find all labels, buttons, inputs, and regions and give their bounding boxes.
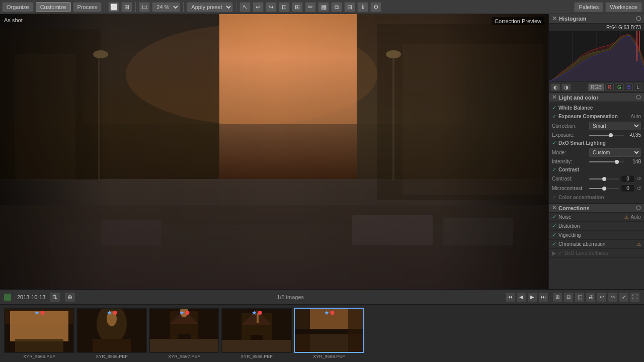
undo-fs-btn[interactable]: ↩ (597, 292, 607, 302)
zoom-fit-icon[interactable]: ⊡ (279, 2, 290, 12)
separator-2 (135, 2, 136, 12)
vignetting-check[interactable]: ✓ (552, 232, 556, 238)
expand-fs-btn[interactable]: ⤢ (619, 292, 629, 302)
thumb-item-1[interactable]: ★ XYR_9565.PEF (4, 308, 74, 359)
chromatic-label: Chromatic aberration (558, 241, 635, 247)
microcontrast-slider[interactable] (589, 186, 619, 191)
export-icon[interactable]: ⬜ (108, 2, 119, 12)
l-channel-btn[interactable]: L (634, 83, 642, 91)
gradient-icon[interactable]: ▦ (318, 2, 329, 12)
palettes-button[interactable]: Palettes (574, 2, 603, 12)
vignetting-label: Vignetting (558, 232, 641, 238)
light-color-expand-icon[interactable]: ⬡ (636, 94, 641, 101)
fullscreen-btn[interactable]: ⛶ (630, 292, 640, 302)
settings-icon[interactable]: ⚙ (370, 2, 381, 12)
canvas-area: As shot Correction Preview (0, 14, 548, 289)
thumb-badge-2: ★ (107, 310, 117, 316)
light-color-header: ✕ Light and color ⬡ (549, 93, 644, 102)
exposure-thumb[interactable] (609, 133, 613, 137)
histogram-controls: ◐ ◑ RGB R G B L (549, 81, 644, 93)
color-accent-row: ✓ Color accentuation (552, 193, 641, 202)
print-btn[interactable]: 🖨 (586, 292, 596, 302)
main-toolbar: Organize Customize Process ⬜ ⊞ 1:1 24 % … (0, 0, 644, 14)
nav-prev-btn[interactable]: ◀ (516, 292, 526, 302)
corrections-close-icon[interactable]: ✕ (552, 205, 556, 211)
organize-button[interactable]: Organize (2, 2, 34, 12)
chromatic-check[interactable]: ✓ (552, 241, 556, 247)
mode-select[interactable]: Custom (589, 148, 641, 157)
filmstrip-view-btns: ⊞ ⊟ ◫ 🖨 ↩ ↪ ⤢ ⛶ (552, 292, 640, 302)
light-color-close-icon[interactable]: ✕ (552, 94, 556, 101)
customize-button[interactable]: Customize (36, 2, 71, 12)
nav-last-btn[interactable]: ⏭ (538, 292, 548, 302)
apply-preset-select[interactable]: Apply preset (187, 2, 233, 12)
nav-first-btn[interactable]: ⏮ (505, 292, 515, 302)
dxo-smart-check[interactable]: ✓ (552, 140, 556, 146)
separator-4 (236, 2, 236, 12)
zoom-select[interactable]: 24 % (152, 2, 180, 12)
intensity-value: 148 (626, 159, 641, 164)
zoom-1-1-icon[interactable]: 1:1 (139, 2, 150, 12)
undo-icon[interactable]: ↩ (253, 2, 264, 12)
microcontrast-thumb[interactable] (602, 187, 606, 191)
filter-icon[interactable]: ⊕ (64, 292, 75, 302)
intensity-slider[interactable] (589, 159, 624, 164)
contrast-input[interactable] (621, 175, 635, 183)
contrast-label: Contrast (558, 167, 579, 172)
svg-rect-6 (392, 54, 394, 180)
view-icon[interactable]: ⊞ (121, 2, 132, 12)
microcontrast-reset-icon[interactable]: ↺ (637, 186, 641, 191)
workspace-button[interactable]: Workspace (605, 2, 642, 12)
thumb-wrap-2: ★ (76, 308, 147, 353)
rgb-channel-btn[interactable]: RGB (588, 83, 604, 91)
view-grid-btn[interactable]: ⊞ (552, 292, 562, 302)
contrast-thumb[interactable] (602, 177, 606, 181)
view-compare-btn[interactable]: ◫ (575, 292, 585, 302)
repair-icon[interactable]: ⧉ (331, 2, 342, 12)
contrast-check[interactable]: ✓ (552, 166, 556, 173)
nav-next-btn[interactable]: ▶ (527, 292, 537, 302)
shadows-btn[interactable]: ◐ (551, 83, 560, 91)
lens-check[interactable]: ✓ (558, 250, 562, 256)
histogram-svg (549, 31, 644, 81)
sort-icon[interactable]: ⇅ (49, 292, 60, 302)
microcontrast-row: Microcontrast: ↺ (552, 184, 641, 193)
histogram-expand-icon[interactable]: ⬡ (636, 15, 641, 22)
lens-expand-icon[interactable]: ▶ (552, 250, 556, 256)
vignetting-row: ✓ Vignetting (549, 231, 644, 240)
redo-fs-btn[interactable]: ↪ (608, 292, 618, 302)
r-channel-btn[interactable]: R (605, 83, 614, 91)
redo-icon[interactable]: ↪ (266, 2, 277, 12)
highlights-btn[interactable]: ◑ (561, 83, 571, 91)
compare-icon[interactable]: ⊟ (344, 2, 355, 12)
b-channel-btn[interactable]: B (625, 83, 633, 91)
close-icon[interactable]: ✕ (552, 15, 557, 22)
exposure-slider[interactable] (589, 133, 624, 138)
view-single-btn[interactable]: ⊟ (564, 292, 574, 302)
white-balance-check[interactable]: ✓ (552, 105, 556, 111)
contrast-slider[interactable] (589, 176, 619, 182)
retouch-icon[interactable]: ✏ (305, 2, 316, 12)
light-and-color-panel: ✕ Light and color ⬡ ✓ White Balance ✓ Ex… (549, 93, 644, 204)
distortion-check[interactable]: ✓ (552, 223, 556, 229)
noise-check[interactable]: ✓ (552, 214, 556, 220)
exposure-comp-check[interactable]: ✓ (552, 113, 556, 120)
microcontrast-input[interactable] (621, 185, 635, 192)
info-icon[interactable]: ℹ (357, 2, 368, 12)
process-button[interactable]: Process (73, 2, 102, 12)
corrections-expand-icon[interactable]: ⬡ (636, 205, 641, 211)
contrast-reset-icon[interactable]: ↺ (637, 176, 641, 182)
correction-select[interactable]: Smart (589, 122, 641, 130)
intensity-thumb[interactable] (615, 160, 619, 164)
thumb-item-4[interactable]: ★ XYR_9568.PEF (221, 308, 292, 359)
thumb-item-5[interactable]: ★ XYR_9569.PEF (294, 308, 364, 359)
g-channel-btn[interactable]: G (615, 83, 624, 91)
thumb-item-2[interactable]: ★ XYR_9566.PEF (76, 308, 147, 359)
separator-1 (105, 2, 105, 12)
crop-icon[interactable]: ⊞ (292, 2, 303, 12)
thumb-star-5: ★ (324, 310, 330, 316)
exposure-track (589, 135, 624, 136)
color-accent-check[interactable]: ✓ (552, 194, 556, 201)
pointer-tool[interactable]: ↖ (239, 2, 251, 12)
thumb-item-3[interactable]: ★ XYR_9567.PEF (149, 308, 219, 359)
